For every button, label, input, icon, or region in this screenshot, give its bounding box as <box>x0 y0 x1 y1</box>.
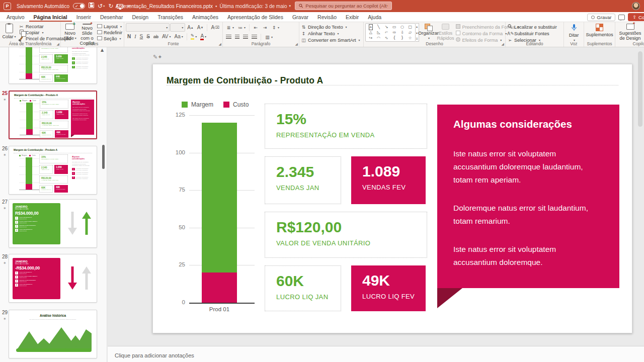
italic-button[interactable]: I <box>133 33 137 40</box>
align-text-button[interactable]: ↕Alinhar Texto▾ <box>301 31 362 36</box>
text-shadow-button[interactable]: ab <box>152 33 160 40</box>
decrease-indent-button[interactable]: ⇤ <box>252 24 260 31</box>
document-title[interactable]: Apresentação_Resultados Financeiros.pptx… <box>116 0 291 12</box>
slide-thumbnail-27[interactable]: JANEIRORESULTADO DO MÊSR$34.000,001TOTAL… <box>9 199 97 248</box>
shape-oval-icon[interactable]: ○ <box>400 25 404 30</box>
text-direction-button[interactable]: ⇅Direção do Texto▾ <box>301 24 362 30</box>
shape-right-arrow-icon[interactable]: ⇨ <box>392 30 396 35</box>
tab-p-gina-inicial[interactable]: Página Inicial <box>29 12 72 22</box>
bold-button[interactable]: N <box>126 33 132 40</box>
dialog-launcher-icon[interactable]: ◢ <box>57 42 59 46</box>
slide-thumbnail-25[interactable]: Margem de Contribuição - Produto A Marge… <box>9 90 97 139</box>
scroll-up-icon[interactable]: ▲ <box>101 48 104 52</box>
paste-button[interactable]: Colar▾ <box>2 23 17 41</box>
tab-gravar[interactable]: Gravar <box>288 12 313 22</box>
change-case-button[interactable]: Aa▾ <box>173 33 185 40</box>
tab-arquivo[interactable]: Arquivo <box>2 12 29 22</box>
shape-star-icon[interactable]: ☆ <box>409 36 412 41</box>
powerpoint-app-icon[interactable]: P <box>4 3 11 10</box>
section-button[interactable]: Seção▾ <box>97 36 122 41</box>
line-spacing-button[interactable]: ⇕▾ <box>270 24 281 31</box>
addins-button[interactable]: Suplementos <box>586 23 613 38</box>
dialog-launcher-icon[interactable]: ◢ <box>219 42 221 46</box>
considerations-box[interactable]: Algumas considerações Iste natus error s… <box>437 105 619 288</box>
shape-triangle-icon[interactable]: △ <box>369 30 372 35</box>
tab-anima-es[interactable]: Animações <box>188 12 223 22</box>
bar-segment-margem[interactable] <box>202 123 237 273</box>
design-ideas-button[interactable]: Sugestões de Design <box>618 23 643 41</box>
shapes-gallery[interactable]: A ╲ ↘ ▭ ○ ▢ △ ◺ ⌐ ⇨ ⇩ ▱ ↪ ◠ ∿ <box>365 23 416 42</box>
design-ideas-icon[interactable]: ✎✦ <box>153 54 160 61</box>
stat-box-vendas-fev[interactable]: 1.089 VENDAS FEV <box>351 156 426 204</box>
autosave-toggle[interactable]: ✓ <box>73 3 85 9</box>
tab-desenhar[interactable]: Desenhar <box>96 12 128 22</box>
arrange-button[interactable]: Organizar▾ <box>421 23 436 41</box>
shape-rectangle-icon[interactable]: ▭ <box>392 25 396 30</box>
shape-textbox-icon[interactable]: A <box>369 24 373 30</box>
shape-curved-arrow-icon[interactable]: ↪ <box>369 36 372 41</box>
tab-ajuda[interactable]: Ajuda <box>363 12 386 22</box>
tab-inserir[interactable]: Inserir <box>72 12 96 22</box>
stat-box-representa-o-em-venda[interactable]: 15% REPRESENTAÇÃO EM VENDA <box>265 104 427 149</box>
quick-styles-button[interactable]: Estilos Rápidos <box>438 23 453 41</box>
dictate-button[interactable]: Ditar▾ <box>566 23 582 43</box>
slide-editing-surface[interactable]: Margem de Contribuição - Produto A Marge… <box>152 64 632 333</box>
share-button[interactable]: ⇪Com <box>628 13 644 21</box>
shape-rounded-rect-icon[interactable]: ▢ <box>408 25 412 30</box>
redo-button[interactable]: ↻ <box>108 1 113 12</box>
tab-exibir[interactable]: Exibir <box>341 12 363 22</box>
thumbnail-scrollbar[interactable] <box>102 145 105 169</box>
find-replace-button[interactable]: Localizar e substituir <box>507 24 562 30</box>
font-name-select[interactable]: ▾ <box>126 23 170 32</box>
record-button[interactable]: Gravar <box>587 14 615 21</box>
reset-button[interactable]: Redefinir <box>97 30 122 35</box>
bullets-button[interactable]: ≣▾ <box>224 24 235 31</box>
shape-line-icon[interactable]: ╲ <box>377 25 380 30</box>
font-size-select[interactable]: ▾ <box>170 23 185 32</box>
strikethrough-button[interactable]: S <box>145 33 151 40</box>
dialog-launcher-icon[interactable]: ◢ <box>295 42 298 46</box>
font-color-button[interactable]: A▾ <box>199 33 208 40</box>
tab-revis-o[interactable]: Revisão <box>313 12 341 22</box>
replace-fonts-button[interactable]: A✎Substituir Fontes <box>507 31 562 36</box>
shape-arrow-icon[interactable]: ↘ <box>385 25 388 30</box>
justify-button[interactable] <box>250 33 259 41</box>
notes-pane[interactable]: Clique para adicionar anotações <box>108 346 644 362</box>
stat-box-valor-de-venda-unit-rio[interactable]: R$120,00 VALOR DE VENDA UNITÁRIO <box>265 212 427 258</box>
canvas-scrollbar[interactable] <box>638 51 642 127</box>
stat-box-vendas-jan[interactable]: 2.345 VENDAS JAN <box>265 156 341 204</box>
slide-thumbnail-26[interactable]: Margem de Contribuição - Produto A Marge… <box>9 146 97 195</box>
align-center-button[interactable] <box>233 33 241 41</box>
shape-curve-icon[interactable]: ∿ <box>385 36 388 41</box>
decrease-font-button[interactable]: A▼ <box>196 24 205 31</box>
numbering-button[interactable]: ≔▾ <box>236 24 247 31</box>
shape-right-brace-icon[interactable]: } <box>401 36 404 41</box>
columns-button[interactable]: ▥▾ <box>263 33 274 41</box>
shape-parallelogram-icon[interactable]: ▱ <box>409 30 412 35</box>
dialog-launcher-icon[interactable]: ◢ <box>502 42 504 46</box>
tab-design[interactable]: Design <box>127 12 153 22</box>
convert-smartart-button[interactable]: ◫Converter em SmartArt▾ <box>301 37 362 43</box>
highlight-color-button[interactable]: ✎▾ <box>189 33 199 40</box>
bar-segment-custo[interactable] <box>202 273 237 303</box>
shape-left-brace-icon[interactable]: { <box>393 36 395 41</box>
layout-button[interactable]: Layout▾ <box>97 24 122 29</box>
new-slide-button[interactable]: Novo Slide▾ <box>62 23 77 41</box>
stat-box-lucro-liq-jan[interactable]: 60K LUCRO LIQ JAN <box>265 265 341 311</box>
slide-thumbnail-29[interactable]: Análise histórica Iste natus error sit v… <box>9 310 97 358</box>
user-avatar[interactable] <box>632 2 640 10</box>
tab-transi-es[interactable]: Transições <box>153 12 188 22</box>
shape-down-arrow-icon[interactable]: ⇩ <box>400 30 404 35</box>
slide-thumbnail-28[interactable]: JANEIRORESULTADO DO MÊS-R$34.000,001TOTA… <box>9 254 97 303</box>
increase-font-button[interactable]: A▲ <box>186 24 195 31</box>
shape-arc-icon[interactable]: ◠ <box>377 36 380 41</box>
shape-elbow-icon[interactable]: ⌐ <box>385 30 388 35</box>
new-slide-copilot-button[interactable]: Novo Slide com o Copilot <box>79 23 95 41</box>
increase-indent-button[interactable]: ⇥ <box>261 24 269 31</box>
tab-apresenta-o-de-slides[interactable]: Apresentação de Slides <box>223 12 288 22</box>
character-spacing-button[interactable]: AV▾ <box>160 33 173 40</box>
shape-right-triangle-icon[interactable]: ◺ <box>377 30 380 35</box>
align-left-button[interactable] <box>224 33 233 41</box>
comments-icon[interactable] <box>618 15 625 20</box>
save-button[interactable] <box>89 1 94 12</box>
